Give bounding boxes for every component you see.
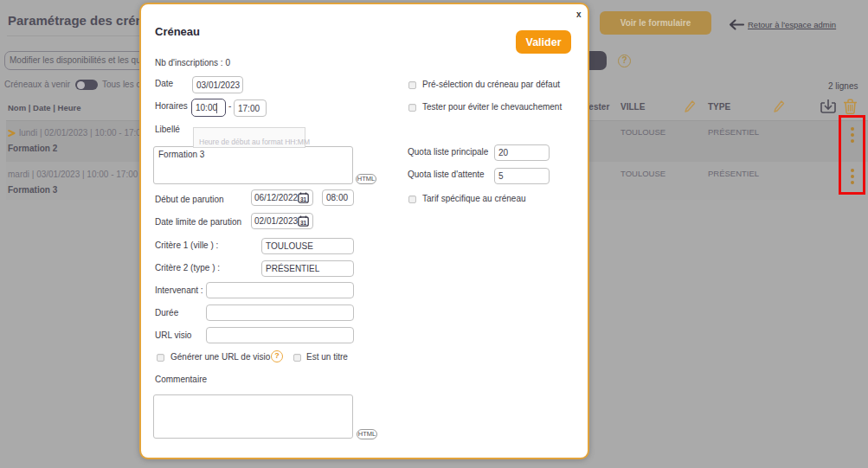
- svg-text:31: 31: [300, 196, 307, 202]
- svg-text:31: 31: [300, 220, 307, 226]
